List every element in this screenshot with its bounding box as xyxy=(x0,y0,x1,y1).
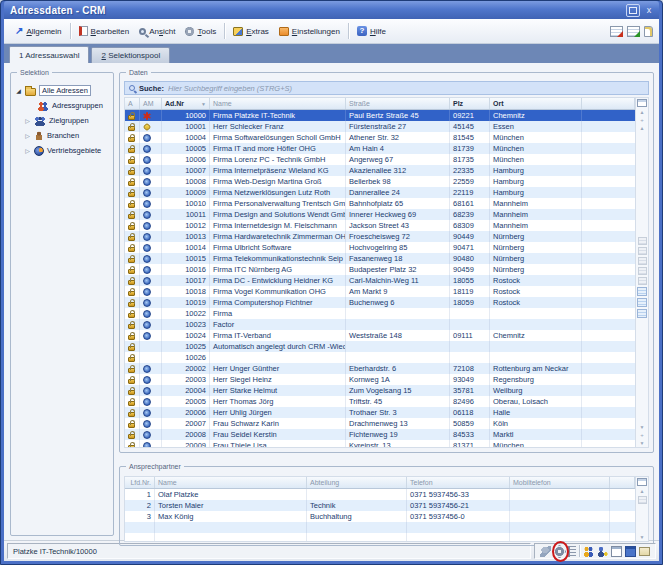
side-list-icon[interactable] xyxy=(638,237,647,245)
restore-button[interactable] xyxy=(626,4,640,17)
address-row[interactable]: 20002Herr Unger GüntherEberhardstr. 6721… xyxy=(125,363,635,374)
address-row[interactable]: 20006Herr Uhlig JürgenTrothaer Str. 3061… xyxy=(125,407,635,418)
contact-row[interactable] xyxy=(125,533,635,541)
tree-item-branchen[interactable]: ▷ Branchen xyxy=(15,128,111,143)
column-header-adnr[interactable]: Ad.Nr▼ xyxy=(162,98,210,109)
scroll-up-icon[interactable]: ▲ xyxy=(640,125,645,131)
tree-item-zielgruppen[interactable]: ▷ Zielgruppen xyxy=(15,113,111,128)
address-row[interactable]: 10005Firma IT and more Höfler OHGAm Hain… xyxy=(125,143,635,154)
address-row[interactable]: 10012Firma Internetdesign M. Fleischmann… xyxy=(125,220,635,231)
mail-icon[interactable] xyxy=(639,547,650,556)
address-row[interactable]: 10019Firma Computershop FichtnerBuchenwe… xyxy=(125,297,635,308)
contact-row[interactable]: 1Olaf Platzke0371 5937456-33 xyxy=(125,489,635,500)
window-icon[interactable] xyxy=(625,546,636,557)
column-header-telefon[interactable]: Telefon xyxy=(407,477,510,488)
menu-extras[interactable]: Extras xyxy=(228,24,274,39)
column-chooser-icon[interactable] xyxy=(637,478,647,486)
address-row[interactable]: 10018Firma Vogel Kommunikation OHGAm Mar… xyxy=(125,286,635,297)
address-row[interactable]: 10011Firma Design and Solutions Wendt Gm… xyxy=(125,209,635,220)
new-document-icon[interactable] xyxy=(644,26,653,37)
side-card-icon[interactable] xyxy=(637,298,647,307)
address-row[interactable]: 10010Firma Personalverwaltung Trentsch G… xyxy=(125,198,635,209)
column-header-strasse[interactable]: Straße xyxy=(346,98,450,109)
scroll-down-icon[interactable]: ▼ xyxy=(640,534,645,540)
tree-item-alle-adressen[interactable]: ◢ Alle Adressen xyxy=(15,83,111,98)
contact-row[interactable]: 3Max KönigBuchhaltung0371 5937456-0 xyxy=(125,511,635,522)
user-key-icon[interactable] xyxy=(597,546,608,557)
address-row[interactable]: 10016Firma ITC Nürnberg AGBudapester Pla… xyxy=(125,264,635,275)
menu-einstellungen[interactable]: Einstellungen xyxy=(274,24,345,39)
address-row[interactable]: 10014Firma Ulbricht SoftwareHochvogelrin… xyxy=(125,242,635,253)
address-row[interactable]: 20008Frau Seidel KerstinFichtenweg 19845… xyxy=(125,429,635,440)
scroll-top-icon[interactable]: ▲ xyxy=(640,109,645,115)
address-row[interactable]: 10025Automatisch angelegt durch CRM -Wie… xyxy=(125,341,635,352)
side-tab-icon[interactable] xyxy=(638,257,647,265)
tree-item-adressgruppen[interactable]: Adressgruppen xyxy=(15,98,111,113)
address-row[interactable]: 20009Frau Thiele LisaKyreinstr. 1381371M… xyxy=(125,440,635,447)
side-card-icon[interactable] xyxy=(637,309,647,318)
column-header-ort[interactable]: Ort xyxy=(490,98,582,109)
scroll-marker-icon[interactable]: + xyxy=(640,432,644,438)
close-button[interactable]: x xyxy=(642,4,656,17)
table-import-green-icon[interactable] xyxy=(627,26,640,37)
address-row[interactable]: 10000Firma Platzke IT-TechnikPaul Bertz … xyxy=(125,110,635,121)
expander-open-icon[interactable]: ◢ xyxy=(15,87,22,94)
scroll-marker-icon[interactable]: + xyxy=(640,117,644,123)
expander-closed-icon[interactable]: ▷ xyxy=(24,132,31,139)
address-row[interactable]: 10017Firma DC - Entwicklung Heidner KGCa… xyxy=(125,275,635,286)
menu-bearbeiten[interactable]: Bearbeiten xyxy=(74,23,135,39)
address-row[interactable]: 10007Firma Internetpräsenz Wieland KGAka… xyxy=(125,165,635,176)
sort-filter-icon[interactable]: ▼ xyxy=(198,101,206,107)
column-header-lfdnr[interactable]: Lfd.Nr. xyxy=(125,477,155,488)
column-header-am[interactable]: AM xyxy=(140,98,162,109)
side-search-icon[interactable] xyxy=(638,247,647,255)
address-row[interactable]: 20003Herr Siegel HeinzKornweg 1A93049Reg… xyxy=(125,374,635,385)
menu-ansicht[interactable]: Ansicht xyxy=(134,24,180,39)
list-icon[interactable] xyxy=(568,546,576,557)
address-row[interactable]: 20007Frau Schwarz KarinDrachmenweg 13508… xyxy=(125,418,635,429)
address-row[interactable]: 20005Herr Thomas JörgTriftstr. 4582496Ob… xyxy=(125,396,635,407)
side-card-icon[interactable] xyxy=(637,287,647,296)
side-list-icon[interactable] xyxy=(638,496,647,504)
address-row[interactable]: 10013Firma Hardwaretechnik Zimmerman OHG… xyxy=(125,231,635,242)
expander-closed-icon[interactable]: ▷ xyxy=(24,147,31,154)
gear-icon[interactable] xyxy=(554,546,565,557)
scroll-down-icon[interactable]: ▼ xyxy=(640,424,645,430)
tree-item-vertriebsgebiete[interactable]: ▷ Vertriebsgebiete xyxy=(15,143,111,158)
address-row[interactable]: 10008Firma Web-Design Martina GroßBeller… xyxy=(125,176,635,187)
contact-row[interactable] xyxy=(125,522,635,533)
address-row[interactable]: 10004Firma Softwarelösungen Scholl GmbHA… xyxy=(125,132,635,143)
scroll-bottom-icon[interactable]: ▼ xyxy=(640,440,645,446)
column-header-abteilung[interactable]: Abteilung xyxy=(307,477,407,488)
tab-adressauswahl[interactable]: 1 Adressauswahl xyxy=(9,46,89,63)
address-row[interactable]: 10001Herr Schlecker FranzFürstenstraße 2… xyxy=(125,121,635,132)
address-row[interactable]: 10024Firma IT-VerbandWeststraße 14809111… xyxy=(125,330,635,341)
address-row[interactable]: 10023Factor xyxy=(125,319,635,330)
tab-selektionspool[interactable]: 2 Selektionspool xyxy=(91,47,170,63)
title-bar[interactable]: Adressdaten - CRM x xyxy=(4,1,659,19)
column-chooser-icon[interactable] xyxy=(637,99,647,107)
menu-tools[interactable]: Tools xyxy=(180,24,221,39)
address-row[interactable]: 10026 xyxy=(125,352,635,363)
address-row[interactable]: 10009Firma Netzwerklösungen Lutz RothDan… xyxy=(125,187,635,198)
window-resize-icon[interactable] xyxy=(611,546,622,557)
column-header-mobiltelefon[interactable]: Mobiltelefon xyxy=(510,477,610,488)
menu-hilfe[interactable]: ? Hilfe xyxy=(352,23,391,39)
scroll-up-icon[interactable]: ▲ xyxy=(640,488,645,494)
side-print-icon[interactable] xyxy=(638,277,647,285)
table-export-red-icon[interactable] xyxy=(610,26,623,37)
users-icon[interactable] xyxy=(583,546,594,557)
side-filter-icon[interactable] xyxy=(638,267,647,275)
column-header-lock[interactable]: A xyxy=(125,98,140,109)
expander-closed-icon[interactable]: ▷ xyxy=(24,117,31,124)
address-row[interactable]: 10022Firma xyxy=(125,308,635,319)
column-header-name[interactable]: Name xyxy=(210,98,346,109)
address-row[interactable]: 20004Herr Starke HelmutZum Vogelsang 153… xyxy=(125,385,635,396)
contact-row[interactable]: 2Torsten MaierTechnik0371 5937456-21 xyxy=(125,500,635,511)
address-row[interactable]: 10015Firma Telekommunikationstechnik Sei… xyxy=(125,253,635,264)
column-header-plz[interactable]: Plz xyxy=(450,98,490,109)
search-bar[interactable]: Suche: xyxy=(124,81,649,95)
address-row[interactable]: 10006Firma Lorenz PC - Technik GmbHAnger… xyxy=(125,154,635,165)
phone-hand-icon[interactable] xyxy=(540,546,551,557)
search-input[interactable] xyxy=(168,84,644,93)
